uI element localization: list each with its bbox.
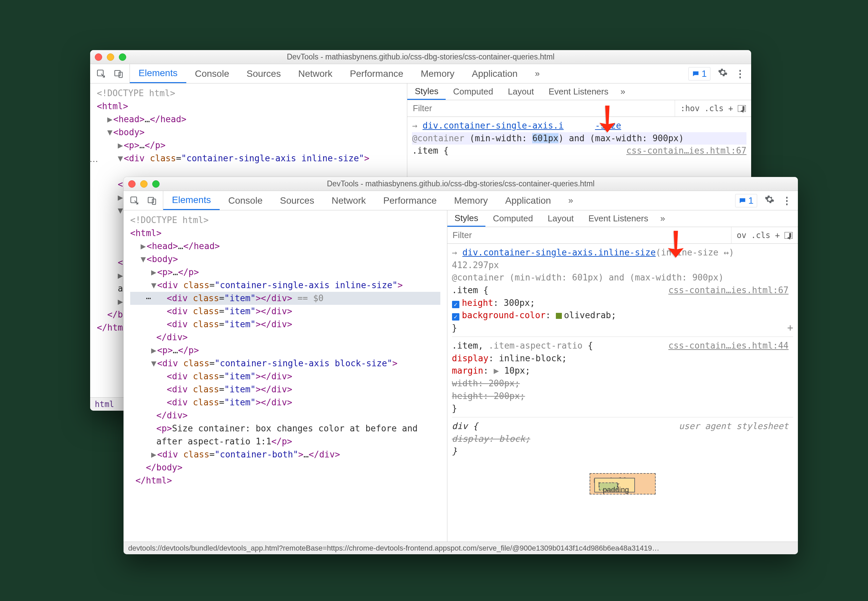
expand-icon[interactable] <box>107 113 113 126</box>
kebab-menu-icon[interactable]: ⋮ <box>735 68 745 79</box>
styles-tab-eventlisteners[interactable]: Event Listeners <box>581 211 655 227</box>
css-val-height-overridden[interactable]: 200px <box>494 391 520 401</box>
source-link[interactable]: css-contain…ies.html:67 <box>626 145 746 157</box>
toggle-sidebar-icon[interactable]: ◂ <box>738 105 746 112</box>
collapse-icon[interactable] <box>151 279 157 292</box>
issues-button[interactable]: 1 <box>735 194 757 207</box>
css-selector[interactable]: .item <box>452 340 478 351</box>
traffic-lights[interactable] <box>128 180 160 188</box>
titlebar[interactable]: DevTools - mathiasbynens.github.io/css-d… <box>90 50 751 64</box>
dom-doctype[interactable]: <!DOCTYPE html> <box>97 88 175 98</box>
css-decl-display-block[interactable]: display: block; <box>452 434 530 444</box>
boxmodel-padding-top[interactable]: - <box>606 485 610 495</box>
origin-link[interactable]: div.container-single-axis.i <box>423 121 564 131</box>
dom-body[interactable]: <body> <box>113 127 145 137</box>
tab-application[interactable]: Application <box>496 191 559 210</box>
styles-tab-layout[interactable]: Layout <box>540 211 581 227</box>
color-swatch-icon[interactable] <box>556 313 562 319</box>
css-selector[interactable]: .item { <box>412 146 449 156</box>
tabs-overflow-icon[interactable]: » <box>526 64 548 83</box>
css-val-width-overridden[interactable]: 200px <box>489 378 515 388</box>
css-val-bg[interactable]: olivedrab <box>564 310 611 320</box>
elements-dom-tree[interactable]: <!DOCTYPE html> <html> <head>…</head> <b… <box>123 211 447 542</box>
tab-network[interactable]: Network <box>289 64 341 83</box>
css-val-height[interactable]: 300px <box>504 298 530 308</box>
collapse-icon[interactable] <box>118 152 124 165</box>
breadcrumb-html[interactable]: html <box>95 400 114 409</box>
expand-icon[interactable] <box>118 269 124 282</box>
collapse-icon[interactable] <box>118 204 124 217</box>
styles-tab-styles[interactable]: Styles <box>447 211 486 227</box>
css-prop-display[interactable]: display <box>452 353 489 363</box>
collapse-icon[interactable] <box>140 253 146 266</box>
source-link[interactable]: css-contain…ies.html:67 <box>669 284 789 297</box>
tab-console[interactable]: Console <box>220 191 271 210</box>
collapse-icon[interactable] <box>151 357 157 370</box>
at-container-rule[interactable]: @container (min-width: 601px) and (max-w… <box>452 272 793 284</box>
close-icon[interactable] <box>95 53 102 61</box>
css-prop-margin[interactable]: margin <box>452 366 483 376</box>
tab-memory[interactable]: Memory <box>445 191 496 210</box>
tab-sources[interactable]: Sources <box>271 191 323 210</box>
expand-icon[interactable] <box>151 266 157 279</box>
expand-icon[interactable] <box>118 191 124 204</box>
add-declaration-icon[interactable]: + <box>787 320 793 335</box>
tab-performance[interactable]: Performance <box>375 191 445 210</box>
expand-icon[interactable] <box>151 344 157 357</box>
css-selector-ua[interactable]: div { <box>452 421 478 431</box>
css-prop-width-overridden[interactable]: width <box>452 378 478 388</box>
new-style-rule-icon[interactable]: + <box>775 231 780 240</box>
at-container-rule[interactable]: @container (min-width: 601px) and (max-w… <box>412 133 684 143</box>
property-enabled-checkbox[interactable]: ✓ <box>452 301 459 308</box>
toggle-sidebar-icon[interactable]: ◂ <box>784 232 793 239</box>
css-prop-bg[interactable]: background-color <box>462 310 545 320</box>
expand-icon[interactable] <box>151 448 157 461</box>
css-val-display[interactable]: inline-block <box>499 353 562 363</box>
zoom-icon[interactable] <box>152 180 160 188</box>
inspect-icon[interactable] <box>96 69 106 79</box>
styles-tab-computed[interactable]: Computed <box>486 211 540 227</box>
dom-text[interactable]: Size container: box changes color at bef… <box>172 423 418 433</box>
styles-tabs-overflow-icon[interactable]: » <box>656 211 670 227</box>
dom-p[interactable]: <p> <box>124 140 140 150</box>
dom-text[interactable]: after aspect-ratio 1:1 <box>156 436 271 446</box>
styles-tabs-overflow-icon[interactable]: » <box>615 84 630 100</box>
minimize-icon[interactable] <box>107 53 114 61</box>
css-val-margin[interactable]: 10px <box>504 366 525 376</box>
settings-gear-icon[interactable] <box>718 67 728 80</box>
settings-gear-icon[interactable] <box>764 194 775 207</box>
traffic-lights[interactable] <box>95 53 126 61</box>
tab-performance[interactable]: Performance <box>341 64 412 83</box>
issues-button[interactable]: 1 <box>688 67 710 81</box>
hov-toggle[interactable]: ov <box>737 231 746 240</box>
styles-tab-eventlisteners[interactable]: Event Listeners <box>541 84 615 100</box>
expand-icon[interactable] <box>140 240 146 253</box>
titlebar[interactable]: DevTools - mathiasbynens.github.io/css-d… <box>123 177 798 191</box>
minimize-icon[interactable] <box>140 180 148 188</box>
tab-sources[interactable]: Sources <box>238 64 289 83</box>
styles-content[interactable]: → div.container-single-axis.inline-size(… <box>447 244 798 542</box>
css-prop-height[interactable]: height <box>462 298 493 308</box>
css-selector[interactable]: .item { <box>452 285 489 295</box>
styles-tab-layout[interactable]: Layout <box>500 84 541 100</box>
tab-application[interactable]: Application <box>463 64 526 83</box>
css-selector-inactive[interactable]: .item-aspect-ratio <box>489 340 583 351</box>
box-model-diagram[interactable]: margin 10 border - padding - <box>452 473 793 494</box>
expand-icon[interactable] <box>118 139 124 152</box>
close-icon[interactable] <box>128 180 136 188</box>
hov-toggle[interactable]: :hov <box>681 104 700 113</box>
css-prop-height-overridden[interactable]: height <box>452 391 483 401</box>
cls-toggle[interactable]: .cls <box>751 231 771 240</box>
tab-elements[interactable]: Elements <box>130 64 186 83</box>
tab-console[interactable]: Console <box>186 64 238 83</box>
origin-link-rest[interactable]: -size <box>595 121 621 131</box>
inspect-icon[interactable] <box>129 196 140 206</box>
dom-html-open[interactable]: <html> <box>97 101 128 111</box>
styles-tab-styles[interactable]: Styles <box>407 84 446 100</box>
source-link[interactable]: css-contain…ies.html:44 <box>669 340 789 352</box>
styles-tab-computed[interactable]: Computed <box>446 84 500 100</box>
dom-doctype[interactable]: <!DOCTYPE html> <box>130 215 209 225</box>
collapse-icon[interactable] <box>107 126 113 139</box>
device-toggle-icon[interactable] <box>147 196 157 206</box>
origin-link[interactable]: div.container-single-axis.inline-size <box>462 247 656 258</box>
